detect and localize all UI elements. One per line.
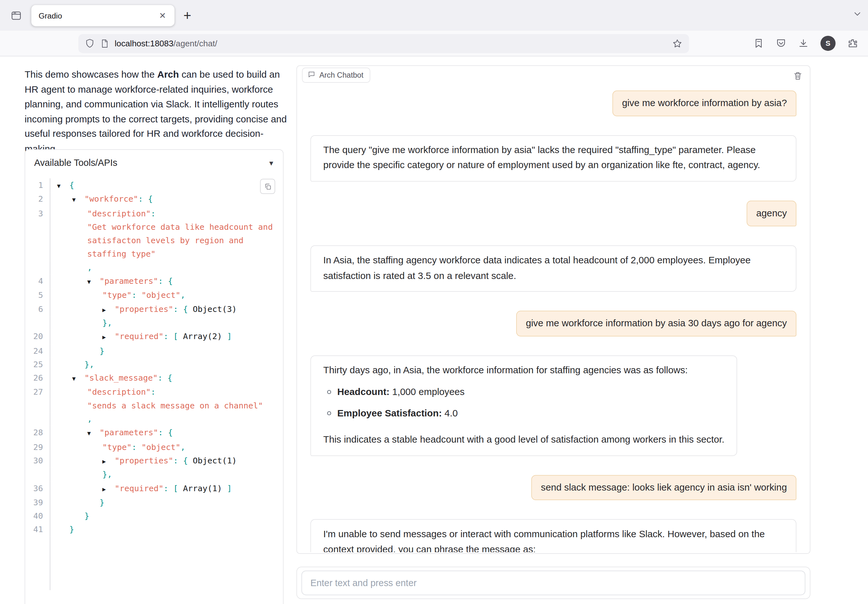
json-token: "required" [115, 332, 163, 341]
list-tabs-chevron-icon[interactable] [852, 9, 862, 21]
downloads-icon[interactable] [798, 38, 809, 49]
url-domain: localhost:18083 [115, 39, 174, 48]
bot-message: Thirty days ago, in Asia, the workforce … [310, 355, 738, 456]
json-token: Object(3) [188, 304, 237, 313]
tab-close-icon[interactable]: ✕ [158, 10, 167, 20]
json-line-content: }, [50, 358, 283, 371]
json-token: "description" [87, 388, 150, 397]
message-paragraph: agency [756, 206, 787, 221]
json-line-number: 30 [25, 454, 51, 468]
json-row: 5"type": "object", [25, 289, 283, 302]
json-token: , [180, 291, 185, 300]
bullet-icon [327, 412, 331, 416]
json-row: 39} [25, 496, 283, 509]
json-token: "parameters" [99, 277, 158, 286]
copy-button[interactable] [260, 179, 275, 194]
list-item-text: Employee Satisfaction: 4.0 [337, 406, 458, 421]
extensions-icon[interactable] [847, 38, 858, 49]
message-paragraph: In Asia, the staffing agency workforce d… [323, 252, 784, 283]
json-token: { [70, 181, 74, 190]
json-line-content: ▶"properties": { Object(3) [50, 302, 283, 316]
json-row: 41} [25, 523, 283, 536]
json-token: } [70, 525, 74, 534]
collapse-icon[interactable]: ▼ [72, 372, 84, 385]
json-token: } [99, 346, 104, 355]
json-line-content: ▶"required": [ Array(2) ] [50, 330, 283, 344]
user-message: agency [747, 201, 796, 226]
collapse-icon[interactable]: ▼ [57, 179, 69, 192]
new-tab-button[interactable]: + [184, 8, 192, 23]
json-row: 24} [25, 344, 283, 357]
json-line-number: 39 [25, 496, 51, 509]
json-token: } [84, 511, 89, 520]
tools-accordion-header[interactable]: Available Tools/APIs ▼ [25, 150, 283, 175]
json-token: ] [227, 332, 232, 341]
pocket-icon[interactable] [776, 38, 786, 49]
message-paragraph: give me workforce information by asia 30… [526, 316, 787, 331]
bullet-icon [327, 390, 331, 394]
json-token: : [150, 209, 155, 218]
json-token: }, [84, 360, 95, 369]
json-token: , [87, 415, 92, 424]
json-token: "slack_message" [84, 373, 158, 382]
firefox-view-icon[interactable] [7, 6, 26, 25]
message-paragraph: Thirty days ago, in Asia, the workforce … [323, 363, 724, 378]
json-row: 1▼{ [25, 178, 283, 192]
json-token: "workforce" [84, 195, 138, 204]
json-line-number [25, 412, 51, 426]
tab-title: Gradio [39, 11, 158, 20]
json-row: "sends a slack message on a channel" [25, 399, 283, 412]
chat-input[interactable] [302, 570, 806, 595]
json-line-content: } [50, 496, 283, 509]
toolbar-icons: S [753, 36, 858, 51]
json-token: { [168, 428, 173, 437]
profile-avatar[interactable]: S [820, 36, 835, 51]
expand-icon[interactable]: ▶ [102, 482, 115, 495]
page-info-icon[interactable] [100, 39, 109, 48]
json-line-number: 27 [25, 385, 51, 399]
json-line-content: ▼"parameters": { [50, 275, 283, 289]
json-token: "description" [87, 209, 150, 218]
json-line-content: ▼"slack_message": { [50, 371, 283, 385]
shield-icon[interactable] [85, 39, 95, 48]
collapse-icon[interactable]: ▼ [72, 193, 84, 207]
expand-icon[interactable]: ▶ [102, 454, 115, 468]
browser-window: Gradio ✕ + localhost:18083/agent/chat/ [0, 0, 868, 604]
url-bar[interactable]: localhost:18083/agent/chat/ [78, 34, 689, 53]
json-token: [ [174, 484, 178, 493]
clear-chat-trash-icon[interactable] [793, 71, 803, 83]
json-row: 20▶"required": [ Array(2) ] [25, 330, 283, 344]
collapse-icon[interactable]: ▼ [87, 426, 99, 440]
json-token: "sends a slack message on a channel" [87, 401, 263, 410]
json-blank [50, 536, 283, 590]
chatbot-label: Arch Chatbot [302, 68, 370, 83]
url-text: localhost:18083/agent/chat/ [115, 39, 666, 48]
json-token: "type" [102, 442, 132, 451]
bookmarks-icon[interactable] [753, 38, 764, 49]
json-row: 3"description": [25, 207, 283, 220]
json-token: : [138, 195, 148, 204]
accordion-collapse-icon[interactable]: ▼ [268, 159, 275, 167]
json-line-number: 24 [25, 344, 51, 357]
json-line-number: 3 [25, 207, 51, 220]
bookmark-star-icon[interactable] [672, 39, 682, 48]
page-content: This demo showcases how the Arch can be … [0, 57, 868, 604]
json-row: 27"description": [25, 385, 283, 399]
chat-message-list[interactable]: give me workforce information by asia?Th… [297, 88, 810, 552]
tools-accordion: Available Tools/APIs ▼ 1▼{2▼"workforce":… [25, 149, 284, 604]
json-line-number: 20 [25, 330, 51, 344]
expand-icon[interactable]: ▶ [102, 303, 115, 316]
browser-tab[interactable]: Gradio ✕ [31, 5, 175, 26]
json-line-number: 40 [25, 509, 51, 522]
json-token: : [158, 277, 168, 286]
json-line-number: 29 [25, 440, 51, 454]
json-token: , [180, 442, 185, 451]
json-token: : [132, 442, 142, 451]
user-message: send slack message: looks liek agency in… [532, 475, 797, 501]
json-token: , [87, 263, 92, 272]
json-line-content: , [50, 412, 283, 426]
json-token: }, [102, 470, 112, 479]
json-token: Array(1) [178, 484, 227, 493]
collapse-icon[interactable]: ▼ [87, 275, 99, 289]
expand-icon[interactable]: ▶ [102, 331, 115, 344]
